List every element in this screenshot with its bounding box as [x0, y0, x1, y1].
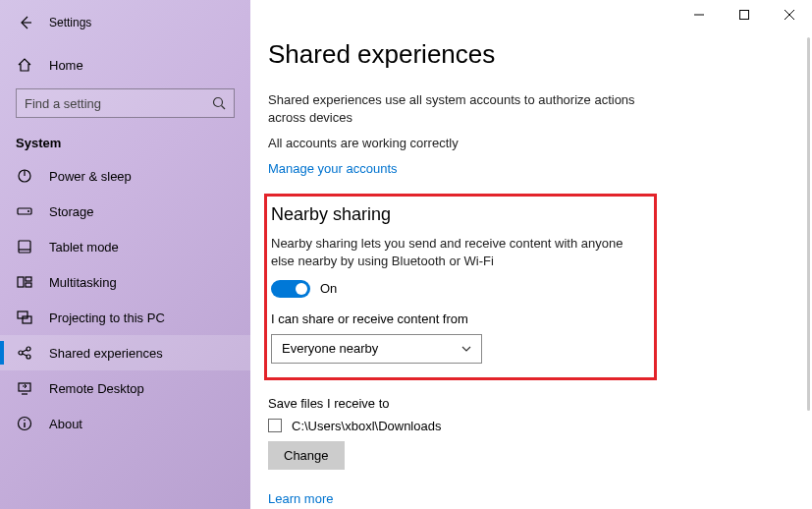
nearby-sharing-highlight: Nearby sharing Nearby sharing lets you s… [264, 194, 657, 380]
nearby-desc: Nearby sharing lets you send and receive… [271, 235, 624, 270]
share-scope-dropdown[interactable]: Everyone nearby [271, 334, 482, 364]
maximize-button[interactable] [722, 0, 767, 29]
sidebar-item-label: Remote Desktop [49, 381, 144, 396]
dropdown-value: Everyone nearby [282, 341, 378, 356]
remote-desktop-icon [16, 379, 33, 397]
search-input[interactable] [25, 96, 212, 111]
nearby-toggle[interactable] [271, 280, 310, 298]
sidebar-item-power-sleep[interactable]: Power & sleep [0, 158, 250, 194]
sidebar: Settings Home System Power & sleep [0, 0, 250, 509]
nearby-heading: Nearby sharing [271, 204, 644, 225]
sidebar-item-multitasking[interactable]: Multitasking [0, 264, 250, 300]
minimize-button[interactable] [677, 0, 722, 29]
sidebar-item-tablet-mode[interactable]: Tablet mode [0, 229, 250, 264]
search-icon [212, 96, 226, 110]
svg-line-21 [23, 350, 27, 352]
svg-rect-14 [26, 277, 31, 281]
svg-line-22 [23, 354, 27, 356]
home-icon [16, 56, 33, 74]
svg-point-5 [214, 98, 223, 107]
nearby-toggle-label: On [320, 281, 337, 296]
sidebar-item-projecting[interactable]: Projecting to this PC [0, 300, 250, 335]
sidebar-item-storage[interactable]: Storage [0, 194, 250, 229]
multitasking-icon [16, 273, 33, 291]
svg-point-18 [19, 351, 23, 355]
folder-icon [268, 419, 282, 432]
dropdown-label: I can share or receive content from [271, 311, 644, 326]
intro-text: Shared experiences use all system accoun… [268, 91, 661, 127]
svg-point-20 [27, 355, 30, 359]
sidebar-item-label: Projecting to this PC [49, 311, 165, 325]
svg-rect-1 [740, 11, 749, 20]
svg-line-6 [222, 106, 226, 110]
sidebar-item-remote-desktop[interactable]: Remote Desktop [0, 370, 250, 406]
power-icon [16, 167, 33, 185]
svg-point-10 [27, 210, 29, 212]
change-button[interactable]: Change [268, 441, 345, 470]
chevron-down-icon [461, 346, 471, 352]
sidebar-item-label: Shared experiences [49, 346, 163, 361]
scrollbar[interactable] [807, 37, 810, 411]
manage-accounts-link[interactable]: Manage your accounts [268, 161, 398, 176]
sidebar-item-about[interactable]: About [0, 406, 250, 441]
window-title: Settings [49, 16, 91, 29]
status-text: All accounts are working correctly [268, 135, 661, 152]
tablet-icon [16, 238, 33, 255]
learn-more-link[interactable]: Learn more [268, 491, 333, 506]
shared-icon [16, 344, 33, 362]
close-button[interactable] [767, 0, 812, 29]
svg-point-19 [27, 347, 30, 351]
about-icon [16, 415, 33, 432]
svg-rect-11 [19, 241, 30, 253]
sidebar-item-label: Power & sleep [49, 169, 132, 184]
sidebar-item-label: Multitasking [49, 275, 117, 290]
sidebar-item-label: Tablet mode [49, 240, 119, 254]
sidebar-item-shared-experiences[interactable]: Shared experiences [0, 335, 250, 370]
content-pane: Shared experiences Shared experiences us… [250, 0, 812, 509]
svg-rect-15 [26, 283, 31, 287]
sidebar-item-label: Storage [49, 204, 94, 219]
sidebar-category: System [0, 128, 250, 158]
projecting-icon [16, 309, 33, 326]
back-button[interactable] [12, 9, 39, 36]
svg-rect-13 [18, 277, 24, 287]
sidebar-home-label: Home [49, 58, 83, 73]
search-input-container[interactable] [16, 88, 235, 118]
save-path: C:\Users\xboxl\Downloads [292, 419, 441, 433]
page-title: Shared experiences [268, 39, 812, 70]
save-label: Save files I receive to [268, 396, 812, 411]
window-controls [677, 0, 812, 29]
svg-point-27 [24, 420, 26, 422]
storage-icon [16, 202, 33, 220]
sidebar-home[interactable]: Home [0, 47, 250, 83]
sidebar-item-label: About [49, 417, 82, 431]
